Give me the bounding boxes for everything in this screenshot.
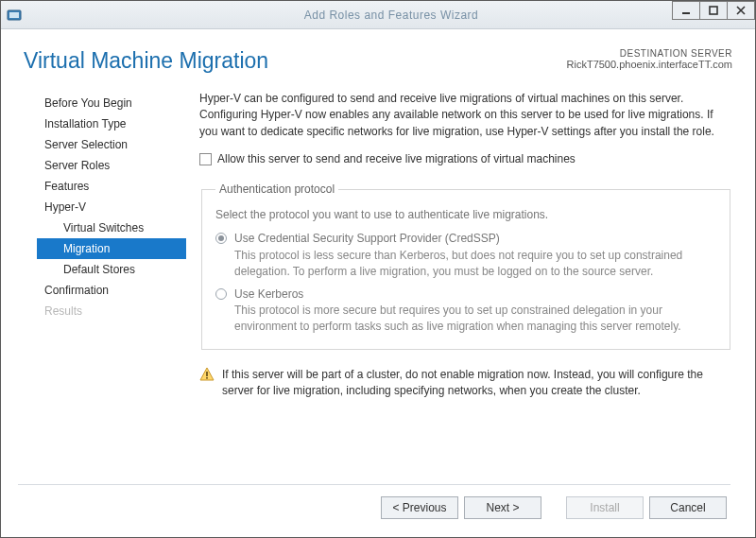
maximize-button[interactable] [699,1,728,20]
cluster-warning: If this server will be part of a cluster… [199,367,732,400]
radio-kerberos [215,288,227,300]
svg-rect-4 [206,372,208,376]
intro-text: Hyper-V can be configured to send and re… [199,91,732,140]
titlebar: Add Roles and Features Wizard [1,1,755,29]
radio-credssp-row: Use Credential Security Support Provider… [215,231,716,280]
previous-button[interactable]: < Previous [381,496,458,519]
body: Before You Begin Installation Type Serve… [18,91,738,475]
wizard-window: Add Roles and Features Wizard Virtual Ma… [0,0,756,538]
nav-virtual-switches[interactable]: Virtual Switches [41,217,188,238]
svg-rect-5 [206,377,208,379]
nav-results: Results [41,301,188,321]
allow-migration-checkbox[interactable] [199,153,212,165]
nav-server-roles[interactable]: Server Roles [41,155,188,176]
svg-rect-2 [682,12,690,14]
radio-kerberos-row: Use Kerberos This protocol is more secur… [215,286,716,336]
close-button[interactable] [727,1,755,20]
destination-server-info: DESTINATION SERVER RickT7500.phoenix.int… [567,48,732,70]
cluster-warning-text: If this server will be part of a cluster… [222,367,732,400]
cancel-button[interactable]: Cancel [649,496,727,519]
page-title: Virtual Machine Migration [24,48,268,74]
svg-rect-1 [9,12,19,18]
main-panel: Hyper-V can be configured to send and re… [188,91,738,475]
allow-migration-label: Allow this server to send and receive li… [217,151,576,167]
install-button: Install [566,496,644,519]
next-button[interactable]: Next > [464,496,541,519]
minimize-button[interactable] [672,1,700,20]
svg-rect-3 [710,7,717,14]
app-icon [7,8,22,23]
nav-before-you-begin[interactable]: Before You Begin [41,93,188,113]
destination-server-value: RickT7500.phoenix.interfaceTT.com [567,59,732,70]
page-header: Virtual Machine Migration DESTINATION SE… [18,43,738,91]
nav-confirmation[interactable]: Confirmation [41,280,188,301]
nav-installation-type[interactable]: Installation Type [41,113,188,134]
destination-server-label: DESTINATION SERVER [567,48,732,59]
nav-server-selection[interactable]: Server Selection [41,134,188,155]
nav-hyper-v[interactable]: Hyper-V [41,197,188,217]
auth-protocol-group: Authentication protocol Select the proto… [201,182,730,350]
warning-icon [199,367,215,382]
allow-migration-row[interactable]: Allow this server to send and receive li… [199,151,732,167]
auth-protocol-hint: Select the protocol you want to use to a… [215,207,716,223]
window-title: Add Roles and Features Wizard [27,9,755,22]
radio-kerberos-desc: This protocol is more secure but require… [234,303,716,336]
nav-migration[interactable]: Migration [37,238,186,259]
radio-credssp-label: Use Credential Security Support Provider… [234,231,716,247]
auth-protocol-legend: Authentication protocol [215,182,338,198]
window-buttons [672,1,755,22]
radio-credssp-desc: This protocol is less secure than Kerber… [234,248,716,281]
content-area: Virtual Machine Migration DESTINATION SE… [1,29,755,537]
wizard-nav: Before You Begin Installation Type Serve… [18,91,188,475]
radio-credssp [215,233,227,244]
footer: < Previous Next > Install Cancel [18,478,738,528]
nav-features[interactable]: Features [41,176,188,197]
nav-default-stores[interactable]: Default Stores [41,259,188,280]
radio-kerberos-label: Use Kerberos [234,286,716,303]
